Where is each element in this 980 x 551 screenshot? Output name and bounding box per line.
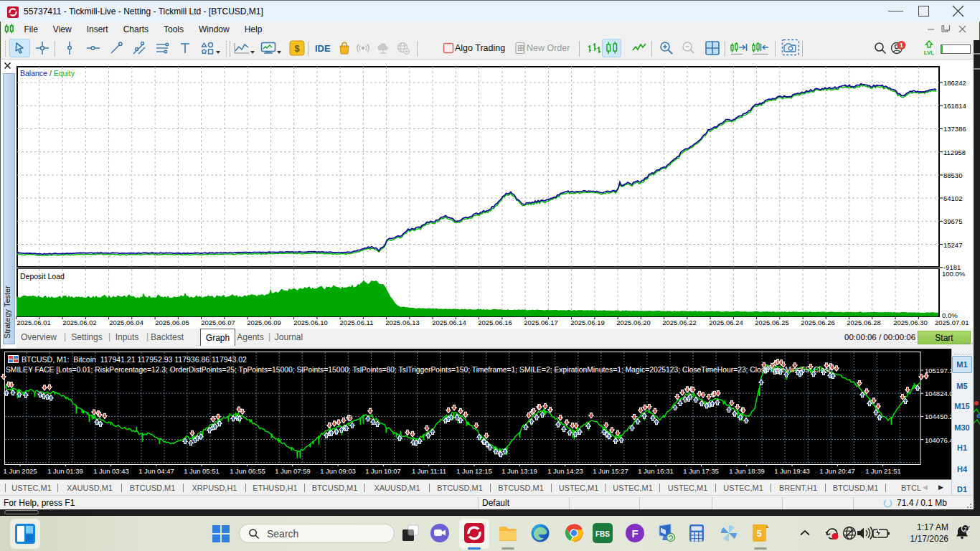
svg-text:F: F <box>631 527 638 540</box>
svg-text:5: 5 <box>756 528 761 539</box>
svg-text:1: 1 <box>900 41 904 49</box>
svg-text:$: $ <box>294 43 300 54</box>
svg-text:z: z <box>963 525 966 532</box>
svg-text:FBS: FBS <box>595 530 610 538</box>
svg-text:z: z <box>968 524 970 529</box>
svg-text:LVL: LVL <box>924 50 935 56</box>
